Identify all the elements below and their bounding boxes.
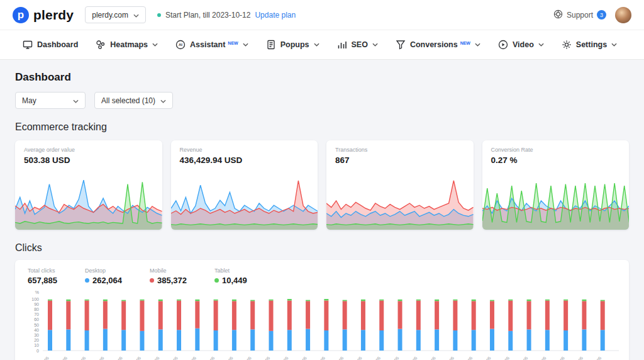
domain-select[interactable]: plerdy.com [85,6,146,23]
card-conversion-rate[interactable]: Conversion Rate 0.27 % [482,140,630,230]
plerdy-logo-text: plerdy [33,8,74,23]
plerdy-logo[interactable]: p plerdy [13,7,74,23]
domain-select-value: plerdy.com [92,11,128,20]
nav-item-assistant[interactable]: AI Assistant NEW [175,40,248,50]
clicks-stacked-bar-chart: %010203040506070809010001.0502.0503.0504… [24,289,620,360]
nav-item-conversions[interactable]: Conversions NEW [396,40,480,50]
svg-text:23.05: 23.05 [445,356,455,360]
nav-item-video[interactable]: Video [498,40,544,50]
svg-text:60: 60 [34,317,39,322]
chevron-down-icon [243,43,248,47]
nav-item-settings[interactable]: Settings [562,40,617,50]
svg-text:70: 70 [34,312,39,317]
conversion-rate-chart [482,174,630,230]
svg-text:80: 80 [34,307,39,312]
stat-mobile: Mobile 385,372 [150,267,187,285]
user-avatar[interactable] [615,7,631,23]
svg-text:11.05: 11.05 [224,356,234,360]
new-badge: NEW [460,38,470,48]
video-play-icon [498,40,508,50]
stat-value: 262,064 [85,276,122,285]
stat-label: Total clicks [28,267,57,274]
plan-text: Start Plan, till 2023-10-12 [165,11,250,20]
month-select-value: May [22,96,36,105]
svg-text:02.05: 02.05 [58,356,68,360]
life-ring-icon [553,9,563,21]
clicks-card: Total clicks 657,885 Desktop 262,064 Mob… [15,260,629,360]
svg-text:19.05: 19.05 [371,356,381,360]
svg-text:13.05: 13.05 [260,356,270,360]
chevron-down-icon [538,43,544,47]
stat-value: 385,372 [150,276,187,285]
svg-text:0: 0 [36,349,39,353]
support-badge: 3 [597,10,606,20]
nav-item-seo[interactable]: SEO [337,40,378,50]
chevron-down-icon [73,96,79,105]
svg-text:100: 100 [31,297,39,301]
clicks-stats: Total clicks 657,885 Desktop 262,064 Mob… [24,267,620,285]
plan-status-dot [157,13,161,17]
svg-text:90: 90 [34,302,39,307]
topbar: p plerdy plerdy.com Start Plan, till 202… [0,0,644,30]
tablet-legend-dot [214,278,219,283]
card-average-order-value[interactable]: Average order value 503.38 USD [15,140,162,230]
nav-label: SEO [352,40,368,50]
svg-text:25.05: 25.05 [482,356,492,360]
stat-label: Desktop [85,267,122,274]
nav-label: Conversions [410,40,458,50]
svg-text:22.05: 22.05 [426,356,436,360]
nav-label: Popups [280,40,309,50]
chevron-down-icon [152,43,158,47]
filters-row: May All selected (10) [15,92,629,109]
card-label: Conversion Rate [491,147,621,153]
svg-text:AI: AI [179,43,182,47]
chevron-down-icon [372,43,378,47]
nav-item-popups[interactable]: Popups [266,40,319,50]
plerdy-logo-icon: p [13,7,29,23]
update-plan-link[interactable]: Update plan [255,11,296,20]
assistant-ai-icon: AI [175,40,186,50]
svg-text:31.05: 31.05 [592,356,602,360]
topbar-right: Support 3 [553,7,631,23]
ecommerce-section-title: Ecommerce tracking [15,121,629,133]
svg-text:24.05: 24.05 [464,356,474,360]
svg-text:20.05: 20.05 [389,356,399,360]
svg-text:29.05: 29.05 [555,356,565,360]
revenue-chart [171,174,318,230]
stat-label: Mobile [150,267,187,274]
seo-chart-icon [337,40,347,50]
nav-item-heatmaps[interactable]: Heatmaps [96,40,158,50]
page-title: Dashboard [15,71,629,84]
support-link[interactable]: Support 3 [553,9,606,21]
card-value: 0.27 % [491,155,621,165]
plan-info: Start Plan, till 2023-10-12 Update plan [157,11,296,20]
card-value: 503.38 USD [24,155,153,165]
pages-select-value: All selected (10) [101,96,155,105]
svg-text:27.05: 27.05 [518,356,528,360]
stat-value: 657,885 [28,276,57,285]
nav-label: Video [513,40,534,50]
chevron-down-icon [160,96,166,105]
svg-text:18.05: 18.05 [353,356,363,360]
stat-total-clicks: Total clicks 657,885 [28,267,57,285]
gear-icon [562,40,572,50]
svg-text:20: 20 [34,338,39,342]
svg-text:16.05: 16.05 [316,356,326,360]
card-transactions[interactable]: Transactions 867 [326,140,474,230]
pages-select[interactable]: All selected (10) [94,92,173,109]
chevron-down-icon [314,43,319,47]
main-nav: Dashboard Heatmaps AI Assistant NEW Popu… [0,30,644,60]
svg-text:26.05: 26.05 [500,356,510,360]
popups-icon [266,40,276,50]
nav-item-dashboard[interactable]: Dashboard [23,40,78,50]
stat-value: 10,449 [214,276,247,285]
nav-label: Settings [576,40,607,50]
ecommerce-cards: Average order value 503.38 USD Revenue 4… [15,140,629,230]
svg-text:10.05: 10.05 [206,356,216,360]
svg-text:17.05: 17.05 [335,356,345,360]
svg-text:05.05: 05.05 [113,356,123,360]
main-content: Dashboard May All selected (10) Ecommerc… [0,60,644,360]
card-revenue[interactable]: Revenue 436,429.94 USD [171,140,318,230]
desktop-legend-dot [85,278,89,283]
month-select[interactable]: May [15,92,86,109]
